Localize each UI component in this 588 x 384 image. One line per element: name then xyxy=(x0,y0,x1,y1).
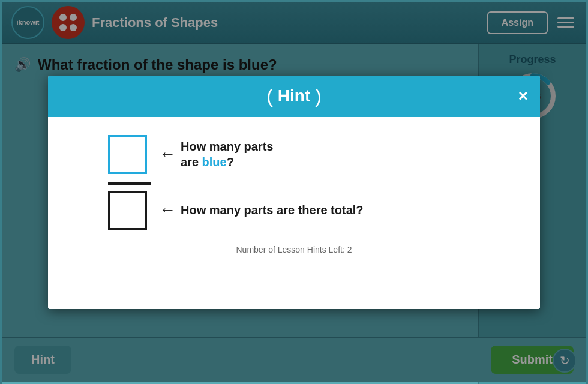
blue-word: blue xyxy=(202,155,227,169)
arrow-text-2: ← How many parts are there total? xyxy=(159,200,364,220)
hint-row-2: ← How many parts are there total? xyxy=(108,191,364,230)
hint-text-1: How many parts are blue? xyxy=(181,139,273,170)
hint-text-2: How many parts are there total? xyxy=(181,202,364,218)
hint-shape-blue xyxy=(108,135,147,174)
modal-title-wrapper: ( Hint ) xyxy=(266,85,322,107)
arrow-left-1: ← xyxy=(159,145,176,164)
arrow-text-1: ← How many parts are blue? xyxy=(159,139,273,170)
modal-body: ← How many parts are blue? ← xyxy=(48,117,540,309)
hint-divider xyxy=(108,182,151,185)
hint-footer: Number of Lesson Hints Left: 2 xyxy=(72,236,516,260)
hint-content: ← How many parts are blue? ← xyxy=(72,135,516,236)
modal-title: Hint xyxy=(278,86,310,106)
arrow-left-2: ← xyxy=(159,200,176,220)
hint-modal: ( Hint ) × ← How many parts xyxy=(48,76,540,309)
bracket-left: ( xyxy=(266,85,273,107)
hint-shape-black xyxy=(108,191,147,230)
modal-close-button[interactable]: × xyxy=(518,86,528,106)
modal-overlay: ( Hint ) × ← How many parts xyxy=(2,2,586,382)
modal-header: ( Hint ) × xyxy=(48,76,540,117)
hint-row-1: ← How many parts are blue? xyxy=(108,135,273,174)
hints-left-text: Number of Lesson Hints Left: 2 xyxy=(236,245,352,254)
app-container: iknowit Fractions of Shapes Assign 🔊 xyxy=(0,0,588,384)
bracket-right: ) xyxy=(315,85,322,107)
